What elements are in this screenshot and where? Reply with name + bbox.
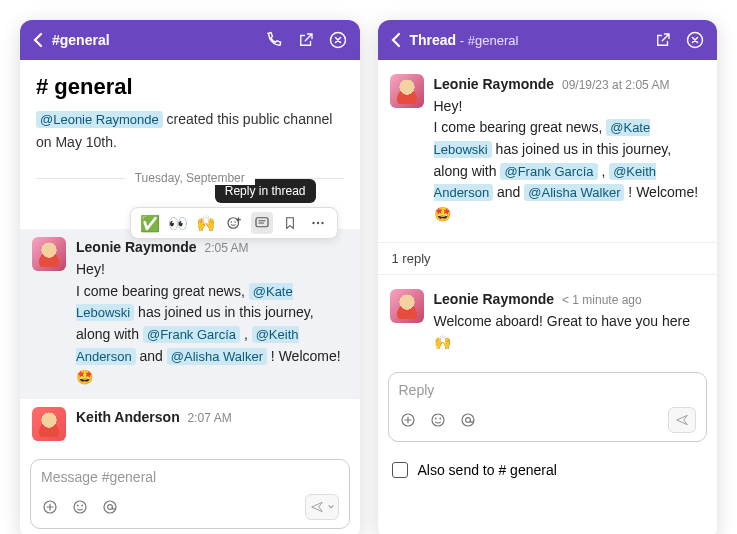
channel-header: #general [20, 20, 360, 60]
emoji-star-struck: 🤩 [434, 206, 451, 222]
channel-title[interactable]: #general [52, 32, 256, 48]
also-send-label: Also send to # general [418, 462, 557, 478]
svg-point-6 [316, 222, 318, 224]
svg-point-19 [462, 414, 474, 426]
close-icon[interactable] [328, 30, 348, 50]
emoji-icon[interactable] [71, 498, 89, 516]
emoji-star-struck: 🤩 [76, 369, 93, 385]
message-input[interactable] [41, 469, 339, 485]
avatar[interactable] [390, 74, 424, 108]
avatar[interactable] [390, 289, 424, 323]
thread-panel: Thread - #general Leonie Raymonde 09/19/… [378, 20, 718, 534]
svg-point-5 [312, 222, 314, 224]
svg-point-3 [234, 221, 236, 223]
thread-title: Thread - #general [410, 32, 646, 48]
close-icon[interactable] [685, 30, 705, 50]
svg-point-18 [439, 417, 441, 419]
emoji-raised-hands: 🙌 [434, 334, 451, 350]
call-icon[interactable] [264, 30, 284, 50]
reaction-hands[interactable]: 🙌 [195, 212, 217, 234]
bookmark-icon[interactable] [279, 212, 301, 234]
message-author[interactable]: Leonie Raymonde [434, 291, 555, 307]
reply-count: 1 reply [378, 242, 718, 275]
reply-input[interactable] [399, 382, 697, 398]
attach-icon[interactable] [41, 498, 59, 516]
mention-icon[interactable] [101, 498, 119, 516]
reply-in-thread-icon[interactable] [251, 212, 273, 234]
channel-meta: @Leonie Raymonde created this public cha… [36, 108, 344, 153]
emoji-icon[interactable] [429, 411, 447, 429]
open-external-icon[interactable] [296, 30, 316, 50]
svg-point-13 [108, 505, 113, 510]
message-body: Welcome aboard! Great to have you here 🙌 [434, 311, 706, 354]
thread-header: Thread - #general [378, 20, 718, 60]
message-author[interactable]: Keith Anderson [76, 409, 180, 425]
open-external-icon[interactable] [653, 30, 673, 50]
message-actions-bar: ✅ 👀 🙌 [130, 207, 338, 239]
back-icon[interactable] [390, 32, 402, 48]
message[interactable]: Leonie Raymonde 2:05 AM Hey! I come bear… [20, 229, 360, 399]
thread-root-message[interactable]: Leonie Raymonde 09/19/23 at 2:05 AM Hey!… [378, 60, 718, 236]
back-icon[interactable] [32, 32, 44, 48]
mention[interactable]: @Alisha Walker [524, 184, 624, 201]
thread-reply[interactable]: Leonie Raymonde < 1 minute ago Welcome a… [378, 281, 718, 364]
reaction-eyes[interactable]: 👀 [167, 212, 189, 234]
svg-point-16 [432, 414, 444, 426]
message-author[interactable]: Leonie Raymonde [76, 239, 197, 255]
svg-point-12 [104, 501, 116, 513]
message[interactable]: Keith Anderson 2:07 AM [20, 399, 360, 451]
svg-point-11 [81, 505, 83, 507]
svg-point-2 [230, 221, 232, 223]
svg-rect-4 [256, 218, 268, 227]
mention[interactable]: @Alisha Walker [167, 348, 267, 365]
attach-icon[interactable] [399, 411, 417, 429]
avatar[interactable] [32, 407, 66, 441]
svg-point-9 [74, 501, 86, 513]
svg-point-10 [77, 505, 79, 507]
mention[interactable]: @Frank García [500, 163, 597, 180]
more-actions-icon[interactable] [307, 212, 329, 234]
send-button[interactable] [668, 407, 696, 433]
message-body: Hey! I come bearing great news, @Kate Le… [76, 259, 348, 389]
add-reaction-icon[interactable] [223, 212, 245, 234]
reaction-check[interactable]: ✅ [139, 212, 161, 234]
composer [30, 459, 350, 529]
thread-composer [388, 372, 708, 442]
avatar[interactable] [32, 237, 66, 271]
also-send-row: Also send to # general [378, 452, 718, 492]
mention[interactable]: @Frank García [143, 326, 240, 343]
channel-panel: #general # general @Leonie Raymonde crea… [20, 20, 360, 534]
send-button[interactable] [305, 494, 339, 520]
also-send-checkbox[interactable] [392, 462, 408, 478]
message-body: Hey! I come bearing great news, @Kate Le… [434, 96, 706, 226]
svg-point-17 [434, 417, 436, 419]
message-time: 2:07 AM [188, 411, 232, 425]
message-time: 09/19/23 at 2:05 AM [562, 78, 669, 92]
channel-heading: # general [36, 74, 344, 100]
creator-mention[interactable]: @Leonie Raymonde [36, 111, 163, 128]
svg-point-7 [321, 222, 323, 224]
message-time: 2:05 AM [204, 241, 248, 255]
mention-icon[interactable] [459, 411, 477, 429]
svg-point-20 [465, 417, 470, 422]
message-time: < 1 minute ago [562, 293, 642, 307]
message-author[interactable]: Leonie Raymonde [434, 76, 555, 92]
